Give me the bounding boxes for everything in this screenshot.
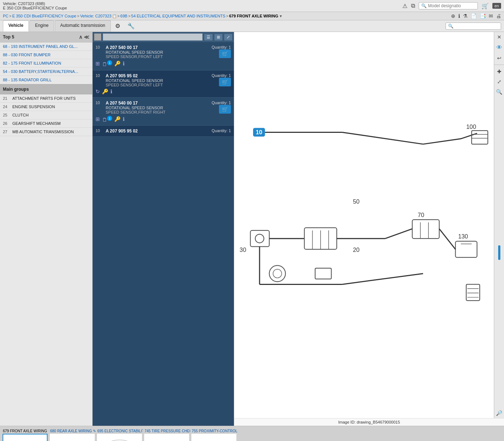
thumb-image-680[interactable] bbox=[50, 434, 95, 441]
zoom-in2-icon[interactable]: 🔍 bbox=[495, 88, 503, 95]
part-item: 10 A 207 905 95 02 ROTATIONAL SPEED SENS… bbox=[93, 70, 234, 98]
part-name: ROTATIONAL SPEED SENSOR bbox=[106, 106, 209, 110]
thumb-image-679[interactable] bbox=[3, 434, 48, 441]
group-item-25[interactable]: 25 CLUTCH bbox=[0, 111, 92, 119]
key-icon[interactable]: 🔑 bbox=[114, 116, 121, 122]
info2-icon[interactable]: ℹ bbox=[110, 89, 112, 94]
top5-item[interactable]: 68 - 193 INSTRUMENT PANEL AND GL... bbox=[0, 42, 92, 51]
add-to-cart-btn[interactable]: 🛒 bbox=[219, 49, 231, 58]
top5-item[interactable]: 88 - 030 FRONT BUMPER bbox=[0, 51, 92, 59]
history-icon[interactable]: 🗒1 bbox=[102, 116, 112, 123]
zoom-in-icon[interactable]: ⊕ bbox=[451, 13, 455, 19]
collapse-icon[interactable]: ∧ bbox=[79, 34, 82, 40]
thumb-tab-755[interactable]: 755 PROXIMITY-CONTROLLED CRUISE CONTR ✎ bbox=[190, 428, 237, 441]
header-search-box[interactable]: 🔍 bbox=[419, 2, 478, 9]
thumb-image-745[interactable] bbox=[144, 434, 189, 441]
top5-item[interactable]: 88 - 135 RADIATOR GRILL bbox=[0, 76, 92, 84]
tab-automatic-transmission[interactable]: Automatic transmission bbox=[55, 20, 111, 32]
info2-icon[interactable]: ℹ bbox=[123, 116, 125, 122]
svg-rect-55 bbox=[145, 434, 188, 441]
group-item-21[interactable]: 21 ATTACHMENT PARTS FOR UNITS bbox=[0, 94, 92, 103]
info2-icon[interactable]: ℹ bbox=[123, 61, 125, 66]
thumb-tab-680[interactable]: 680 REAR AXLE WIRING ✎ bbox=[49, 428, 96, 441]
table-icon[interactable]: ⊞ bbox=[95, 116, 100, 122]
document-icon[interactable]: 📄 bbox=[471, 13, 477, 19]
grid-view-btn[interactable]: ⊞ bbox=[214, 34, 223, 41]
key-icon[interactable]: 🔑 bbox=[102, 89, 108, 94]
svg-rect-47 bbox=[50, 434, 94, 441]
filter-icon[interactable]: ⚗ bbox=[463, 13, 468, 19]
table-icon[interactable]: ⊞ bbox=[95, 61, 100, 66]
thumb-svg-755 bbox=[192, 434, 236, 441]
part-actions: ⊞ 🗒1 🔑 ℹ bbox=[95, 116, 231, 123]
group-item-24[interactable]: 24 ENGINE SUSPENSION bbox=[0, 103, 92, 111]
list-view-btn[interactable]: ☰ bbox=[204, 34, 213, 41]
svg-rect-41 bbox=[3, 434, 47, 441]
thumb-tab-679[interactable]: 679 FRONT AXLE WIRING ✎ bbox=[1, 428, 49, 441]
breadcrumb-54[interactable]: 54 ELECTRICAL EQUIPMENT AND INSTRUMENTS bbox=[131, 14, 225, 18]
top5-item[interactable]: 82 - 175 FRONT ILLUMINATION bbox=[0, 59, 92, 68]
eye-icon[interactable]: 👁 bbox=[496, 44, 503, 52]
key-icon[interactable]: 🔑 bbox=[114, 61, 121, 66]
middle-panel: ☰ ⊞ ⤢ 10 A 207 540 00 17 ROTATIONAL SPEE… bbox=[93, 32, 234, 426]
thumb-image-695[interactable] bbox=[97, 434, 142, 441]
breadcrumb-pc[interactable]: PC bbox=[3, 14, 8, 18]
lang-badge[interactable]: en bbox=[492, 3, 501, 9]
part-name: ROTATIONAL SPEED SENSOR bbox=[106, 50, 209, 54]
thumb-tab-label: 679 FRONT AXLE WIRING ✎ bbox=[1, 428, 49, 434]
crosshair-icon[interactable]: ✚ bbox=[496, 68, 502, 75]
copy-icon[interactable]: ⧉ bbox=[411, 3, 415, 9]
history-icon[interactable]: 🗒1 bbox=[102, 60, 112, 67]
svg-text:50: 50 bbox=[353, 198, 359, 205]
expand-btn[interactable]: ⤢ bbox=[224, 34, 232, 41]
right-panel: 10 100 50 bbox=[234, 32, 504, 426]
mail-icon[interactable]: ✉ bbox=[489, 13, 493, 19]
breadcrumb-vehicle-id[interactable]: Vehicle: C207323 bbox=[80, 14, 111, 18]
breadcrumb-copy-icon[interactable]: 📋 bbox=[112, 14, 117, 18]
vehicle-name: E 350 CDI BlueEFFICIENCY Coupe bbox=[3, 6, 399, 10]
breadcrumb-current: 679 FRONT AXLE WIRING bbox=[229, 14, 278, 18]
top5-item[interactable]: 54 - 030 BATTERY,STARTER/ALTERNA... bbox=[0, 68, 92, 76]
thumb-image-755[interactable] bbox=[191, 434, 236, 441]
top5-header: Top 5 ∧ ≪ bbox=[0, 32, 92, 42]
breadcrumb-vehicle-model[interactable]: E 350 CDI BlueEFFICIENCY Coupe bbox=[12, 14, 76, 18]
part-code: A 207 905 95 02 bbox=[106, 73, 209, 78]
svg-text:130: 130 bbox=[458, 233, 468, 240]
zoom-out-icon[interactable]: 🔎 bbox=[495, 409, 503, 417]
group-item-26[interactable]: 26 GEARSHIFT MECHANISM bbox=[0, 119, 92, 128]
thumb-tab-745[interactable]: 745 TIRE PRESSURE CHECK ✎ bbox=[143, 428, 190, 441]
tab-vehicle[interactable]: Vehicle bbox=[3, 20, 29, 32]
add-to-cart-btn[interactable]: 🛒 bbox=[219, 105, 231, 114]
add-to-cart-btn[interactable]: 🛒 bbox=[219, 78, 231, 86]
undo-icon[interactable]: ↩ bbox=[496, 54, 502, 62]
breadcrumb-dropdown-icon[interactable]: ▼ bbox=[279, 14, 283, 18]
refresh-icon[interactable]: ↻ bbox=[95, 89, 100, 94]
svg-text:20: 20 bbox=[353, 246, 359, 253]
thumb-svg-745 bbox=[145, 434, 188, 441]
header: Vehicle: C207323 (69B) E 350 CDI BlueEFF… bbox=[0, 0, 504, 12]
edit-icon[interactable]: ✎ bbox=[93, 429, 96, 433]
print-icon[interactable]: 🖨 bbox=[496, 13, 501, 19]
model-search-input[interactable] bbox=[428, 3, 475, 8]
tab-engine[interactable]: Engine bbox=[29, 20, 54, 32]
info-icon[interactable]: ℹ bbox=[458, 13, 460, 19]
toolbar-search-icon: 🔍 bbox=[448, 24, 454, 29]
toolbar-search-box[interactable]: 🔍 bbox=[446, 23, 501, 30]
minimize-icon[interactable]: ≪ bbox=[84, 34, 89, 40]
group-item-27[interactable]: 27 MB AUTOMATIC TRANSMISSION bbox=[0, 128, 92, 136]
part-pos: 10 bbox=[95, 45, 103, 49]
wis-icon[interactable]: 📑 bbox=[480, 13, 486, 19]
parts-search-bar[interactable] bbox=[103, 33, 203, 41]
thumb-tab-695[interactable]: 695 ELECTRONIC STABILITY PROGRAM (ESP) ✎ bbox=[96, 428, 143, 441]
tab-settings-icon[interactable]: ⚙ bbox=[111, 20, 124, 32]
cart-icon[interactable]: 🛒 bbox=[481, 3, 489, 9]
tab-tool-icon[interactable]: 🔧 bbox=[124, 20, 138, 32]
breadcrumb-69b[interactable]: 69B bbox=[120, 14, 127, 18]
expand2-icon[interactable]: ⤢ bbox=[496, 78, 502, 85]
part-item: 10 A 207 540 00 17 ROTATIONAL SPEED SENS… bbox=[93, 98, 234, 126]
warning-icon[interactable]: ⚠ bbox=[402, 3, 407, 9]
parts-checkbox[interactable] bbox=[94, 33, 101, 41]
close-icon[interactable]: ✕ bbox=[496, 33, 502, 41]
part-pos: 10 bbox=[95, 73, 103, 78]
toolbar-search-input[interactable] bbox=[455, 24, 499, 29]
